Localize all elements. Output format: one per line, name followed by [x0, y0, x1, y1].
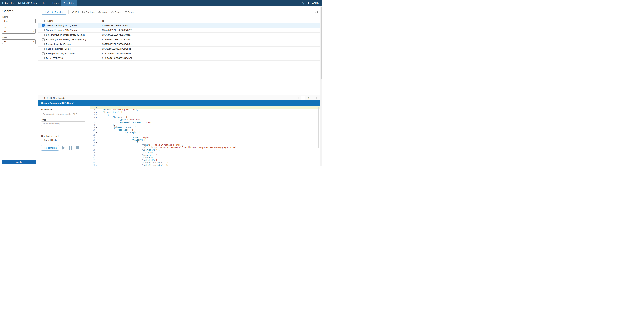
last-page-button[interactable]: [315, 96, 318, 99]
type-field[interactable]: Stream recording: [41, 121, 85, 126]
table-row[interactable]: Demo STT-6998616e765419d054609849db62: [38, 56, 320, 61]
fold-arrow-icon[interactable]: ▾: [95, 129, 98, 131]
editor-line[interactable]: 12▾ {: [90, 134, 320, 136]
table-row[interactable]: ✓Stream Recording DLF (Demo)6357acc3971e…: [38, 23, 320, 28]
fold-arrow-icon[interactable]: ▾: [95, 116, 98, 119]
line-number: 15: [90, 141, 95, 144]
david-logo[interactable]: DAVID: [2, 1, 14, 5]
row-checkbox[interactable]: [42, 34, 44, 36]
delete-button[interactable]: Delete: [123, 9, 136, 14]
editor-line[interactable]: 18 "userName": "",: [90, 149, 320, 151]
row-checkbox[interactable]: [42, 43, 44, 45]
help-icon[interactable]: ?: [302, 2, 305, 5]
editor-line[interactable]: 20 "program": -1,: [90, 154, 320, 156]
editor-line[interactable]: 9▾ "jobDescription": {: [90, 126, 320, 129]
test-template-button[interactable]: Test Template: [41, 145, 59, 151]
json-editor[interactable]: 1▾{2 "name": "Streaming Test DLF",3▾ "tr…: [90, 106, 320, 166]
code-text: "filter": [: [98, 139, 145, 141]
editor-line[interactable]: 3▾ "transitions": [: [90, 111, 320, 114]
editor-line[interactable]: 2 "name": "Streaming Test DLF",: [90, 109, 320, 111]
nav-item-jobs[interactable]: Jobs: [40, 0, 50, 6]
fold-arrow-icon[interactable]: ▾: [95, 114, 98, 116]
row-checkbox[interactable]: [42, 29, 44, 31]
fold-arrow-icon[interactable]: ▾: [95, 106, 98, 109]
table-body: ✓Stream Recording DLF (Demo)6357acc3971e…: [38, 23, 320, 61]
host-select[interactable]: (Current Host) ▾: [41, 138, 85, 142]
table-row[interactable]: Failing Maus Playout (Demo)635f769662133…: [38, 51, 320, 56]
scrollbar-thumb[interactable]: [320, 7, 322, 79]
editor-line[interactable]: 23 "videoStreamIndex": -1,: [90, 161, 320, 164]
previous-page-button[interactable]: [297, 96, 300, 99]
fold-arrow-icon[interactable]: ▾: [95, 126, 98, 129]
editor-line[interactable]: 5▾ "trigger": {: [90, 116, 320, 119]
next-page-button[interactable]: [311, 96, 314, 99]
code-text: },: [98, 124, 115, 126]
editor-line[interactable]: 16 "name": "FFmpeg Streaming Source",: [90, 144, 320, 146]
pause-button[interactable]: [68, 145, 74, 151]
row-checkbox[interactable]: ✓: [42, 24, 44, 27]
fold-arrow-icon[interactable]: ▾: [95, 111, 98, 114]
editor-line[interactable]: 6 "type": "Immediate",: [90, 119, 320, 121]
fold-arrow-icon[interactable]: ▾: [95, 141, 98, 144]
editor-line[interactable]: 10▾ "pipeSpec": {: [90, 129, 320, 131]
user-select[interactable]: all ▾: [2, 39, 36, 44]
name-search-input[interactable]: [2, 19, 36, 23]
editor-line[interactable]: 7 "requestedProcState": "Start": [90, 121, 320, 124]
editor-line[interactable]: 22 "audioPid": 0,: [90, 159, 320, 161]
row-checkbox[interactable]: [42, 52, 44, 55]
first-page-button[interactable]: [292, 96, 295, 99]
row-checkbox[interactable]: [42, 57, 44, 59]
import-button[interactable]: Import: [97, 9, 110, 14]
editor-line[interactable]: 4▾ {: [90, 114, 320, 116]
code-text: "type": "Immediate",: [98, 119, 142, 121]
description-field[interactable]: Demonstrate stream recording DLF: [41, 112, 85, 116]
editor-scrollbar[interactable]: [318, 107, 319, 148]
status-bar: 1 - 8 of 8 (1 selected) 1 / 1: [38, 95, 320, 100]
fold-arrow-icon[interactable]: ▾: [95, 164, 98, 166]
editor-line[interactable]: 13 "name": "Input",: [90, 136, 320, 139]
editor-line[interactable]: 21 "videoPid": 1,: [90, 156, 320, 159]
table-row[interactable]: Recording LAWO R3lay CH 3,4 (Demo)635f6f…: [38, 37, 320, 42]
editor-line[interactable]: 8 },: [90, 124, 320, 126]
table-row[interactable]: Stream Recording ABY (Demo)6357ab90971e7…: [38, 28, 320, 32]
stop-button[interactable]: [75, 145, 80, 151]
editor-line[interactable]: 11▾ "inputGraph": [: [90, 131, 320, 134]
table-row[interactable]: Playout local file (Demo)63578b96971e705…: [38, 42, 320, 46]
fold-arrow-icon[interactable]: ▾: [95, 134, 98, 136]
fold-spacer: [95, 149, 98, 151]
fold-arrow-icon[interactable]: ▾: [95, 139, 98, 141]
fold-arrow-icon[interactable]: ▾: [95, 131, 98, 134]
column-header-name[interactable]: Name ▲: [46, 19, 101, 23]
editor-line[interactable]: 19 "password": "",: [90, 151, 320, 154]
line-number: 10: [90, 129, 95, 131]
refresh-button[interactable]: [315, 10, 318, 13]
type-select[interactable]: all ▾: [2, 29, 36, 33]
row-name: Playout local file (Demo): [46, 43, 102, 45]
editor-line[interactable]: 24▾ "audioStreamIndex": 0,: [90, 164, 320, 166]
export-button[interactable]: Export: [110, 9, 123, 14]
user-menu[interactable]: ADMIN: [312, 2, 319, 4]
apply-button[interactable]: Apply: [2, 160, 36, 164]
table-row[interactable]: Failing empty job (Demo)635fa0e06213367b…: [38, 46, 320, 51]
create-template-button[interactable]: + Create Template: [42, 9, 66, 14]
table-row[interactable]: Sine Playout on sttroaddante1 (Demo)635f…: [38, 32, 320, 37]
row-checkbox[interactable]: [42, 38, 44, 41]
editor-line[interactable]: 15▾ {: [90, 141, 320, 144]
line-number: 21: [90, 156, 95, 159]
row-checkbox[interactable]: [42, 48, 44, 50]
column-header-id[interactable]: Id: [101, 19, 139, 23]
edit-button[interactable]: Edit: [70, 9, 81, 14]
nav-item-templates[interactable]: Templates: [61, 0, 77, 6]
editor-line[interactable]: 1▾{: [90, 106, 320, 109]
nav-item-hosts[interactable]: Hosts: [50, 0, 61, 6]
duplicate-button[interactable]: Duplicate: [81, 9, 97, 14]
select-all-checkbox[interactable]: [42, 20, 44, 22]
page-number-input[interactable]: 1: [301, 96, 305, 100]
editor-line[interactable]: 14▾ "filter": [: [90, 139, 320, 141]
last-page-icon: [316, 97, 318, 99]
play-button[interactable]: [61, 145, 66, 151]
vertical-scrollbar[interactable]: [320, 6, 322, 166]
pagination: 1 / 1: [292, 96, 318, 100]
app-title: ROAD Admin: [22, 2, 38, 5]
editor-line[interactable]: 17 "url": "https://st01.sslstream.dlf.de…: [90, 146, 320, 149]
